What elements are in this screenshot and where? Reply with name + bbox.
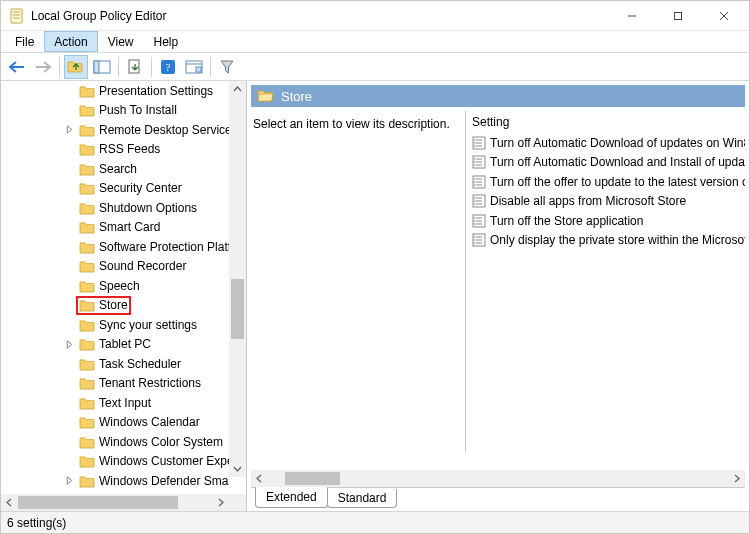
scroll-thumb[interactable] (285, 472, 340, 485)
tree-view[interactable]: Presentation SettingsPush To InstallRemo… (1, 81, 246, 494)
up-one-level-button[interactable] (64, 55, 88, 79)
tree-item-label: Tablet PC (99, 337, 151, 351)
maximize-button[interactable] (655, 1, 701, 30)
window-controls (609, 1, 747, 30)
menu-help[interactable]: Help (144, 31, 189, 52)
folder-icon (79, 337, 95, 351)
window-root: Local Group Policy Editor File Action Vi… (0, 0, 750, 534)
expander-icon[interactable] (65, 340, 74, 349)
setting-item[interactable]: Turn off Automatic Download and Install … (468, 153, 745, 173)
tree-item[interactable]: Task Scheduler (1, 354, 229, 374)
setting-item[interactable]: Turn off Automatic Download of updates o… (468, 133, 745, 153)
folder-open-icon (257, 88, 275, 104)
filter-button[interactable] (215, 55, 239, 79)
tree-item[interactable]: Tablet PC (1, 335, 229, 355)
export-list-button[interactable] (123, 55, 147, 79)
folder-icon (79, 220, 95, 234)
tree-item[interactable]: Speech (1, 276, 229, 296)
tab-extended[interactable]: Extended (255, 487, 328, 508)
back-button[interactable] (5, 55, 29, 79)
tree-item[interactable]: Tenant Restrictions (1, 374, 229, 394)
svg-rect-12 (675, 12, 682, 19)
description-column: Select an item to view its description. (251, 111, 463, 470)
tree-vertical-scrollbar[interactable] (229, 81, 246, 477)
close-button[interactable] (701, 1, 747, 30)
folder-icon (79, 103, 95, 117)
tree-item[interactable]: Security Center (1, 179, 229, 199)
folder-icon (79, 240, 95, 254)
tree-item[interactable]: Search (1, 159, 229, 179)
tab-standard[interactable]: Standard (327, 489, 398, 508)
svg-rect-17 (129, 60, 139, 73)
folder-icon (79, 279, 95, 293)
expander-icon[interactable] (65, 476, 74, 485)
tree-item[interactable]: Software Protection Platform (1, 237, 229, 257)
folder-icon (79, 123, 95, 137)
policy-item-icon (472, 214, 486, 228)
menu-action[interactable]: Action (44, 31, 97, 52)
tree-item[interactable]: Windows Defender SmartScreen (1, 471, 229, 491)
scroll-corner (229, 494, 246, 511)
scroll-track[interactable] (229, 98, 246, 460)
tree-item-label: Push To Install (99, 103, 177, 117)
tree-item[interactable]: Push To Install (1, 101, 229, 121)
setting-item[interactable]: Turn off the offer to update to the late… (468, 172, 745, 192)
settings-column: Setting Turn off Automatic Download of u… (468, 111, 745, 470)
scroll-thumb[interactable] (231, 279, 244, 339)
tree-item[interactable]: Windows Customer Experience (1, 452, 229, 472)
svg-rect-16 (94, 61, 99, 73)
menu-file[interactable]: File (5, 31, 44, 52)
tree-item[interactable]: Windows Color System (1, 432, 229, 452)
tree-item-label: Windows Customer Experience (99, 454, 229, 468)
tree-horizontal-scrollbar[interactable] (1, 494, 246, 511)
properties-button[interactable] (182, 55, 206, 79)
scroll-track[interactable] (268, 470, 728, 487)
tree-item-label: Sound Recorder (99, 259, 186, 273)
toolbar-separator (210, 57, 211, 77)
tree-item[interactable]: RSS Feeds (1, 140, 229, 160)
setting-item-label: Turn off the Store application (490, 214, 643, 228)
scroll-track[interactable] (18, 494, 212, 511)
policy-item-icon (472, 136, 486, 150)
window-title: Local Group Policy Editor (31, 9, 609, 23)
toolbar-separator (118, 57, 119, 77)
tree-item-label: Windows Defender SmartScreen (99, 474, 229, 488)
content-area: Presentation SettingsPush To InstallRemo… (1, 81, 749, 511)
setting-item[interactable]: Disable all apps from Microsoft Store (468, 192, 745, 212)
tree-pane: Presentation SettingsPush To InstallRemo… (1, 81, 247, 511)
toolbar: ? (1, 53, 749, 81)
setting-item[interactable]: Turn off the Store application (468, 211, 745, 231)
app-icon (9, 8, 25, 24)
scroll-thumb[interactable] (18, 496, 178, 509)
setting-item[interactable]: Only display the private store within th… (468, 231, 745, 251)
svg-text:?: ? (166, 61, 171, 73)
folder-icon (79, 259, 95, 273)
settings-list[interactable]: Turn off Automatic Download of updates o… (468, 133, 745, 470)
scroll-right-button[interactable] (728, 470, 745, 487)
tree-item[interactable]: Smart Card (1, 218, 229, 238)
show-hide-tree-button[interactable] (90, 55, 114, 79)
forward-button[interactable] (31, 55, 55, 79)
help-button[interactable]: ? (156, 55, 180, 79)
tree-item[interactable]: Sound Recorder (1, 257, 229, 277)
tree-item[interactable]: Store (1, 296, 229, 316)
tree-item[interactable]: Text Input (1, 393, 229, 413)
details-pane: Store Select an item to view its descrip… (247, 81, 749, 511)
scroll-left-button[interactable] (1, 494, 18, 511)
settings-column-header[interactable]: Setting (468, 111, 745, 133)
expander-icon[interactable] (65, 125, 74, 134)
tree-item[interactable]: Sync your settings (1, 315, 229, 335)
details-horizontal-scrollbar[interactable] (251, 470, 745, 487)
tree-item[interactable]: Shutdown Options (1, 198, 229, 218)
scroll-down-button[interactable] (229, 460, 246, 477)
tree-item[interactable]: Windows Calendar (1, 413, 229, 433)
scroll-left-button[interactable] (251, 470, 268, 487)
setting-item-label: Only display the private store within th… (490, 233, 745, 247)
scroll-up-button[interactable] (229, 81, 246, 98)
tree-item[interactable]: Presentation Settings (1, 81, 229, 101)
menu-view[interactable]: View (98, 31, 144, 52)
tree-item[interactable]: Remote Desktop Services (1, 120, 229, 140)
policy-item-icon (472, 194, 486, 208)
scroll-right-button[interactable] (212, 494, 229, 511)
minimize-button[interactable] (609, 1, 655, 30)
